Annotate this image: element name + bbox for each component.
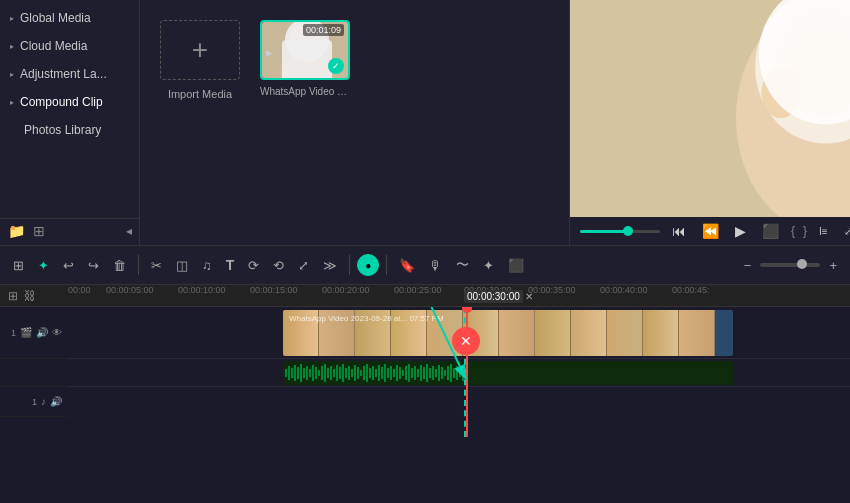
ruler-tool-icon[interactable]: ⊞	[8, 289, 18, 303]
svg-rect-26	[318, 370, 320, 376]
svg-rect-49	[387, 368, 389, 378]
svg-rect-48	[384, 364, 386, 382]
scissors-x-icon: ✕	[460, 333, 472, 349]
rotate-ccw-button[interactable]: ⟲	[268, 254, 289, 277]
svg-rect-47	[381, 367, 383, 379]
video-label: WhatsApp Video 202...	[260, 86, 350, 97]
sidebar-label: Compound Clip	[20, 95, 103, 109]
music-speaker-icon[interactable]: 🔊	[50, 396, 62, 407]
select-tool-button[interactable]: ✦	[33, 254, 54, 277]
caption-button[interactable]: ⬛	[503, 254, 529, 277]
svg-rect-34	[342, 364, 344, 382]
svg-rect-35	[345, 368, 347, 378]
sidebar-item-adjustment[interactable]: ▸ Adjustment La...	[0, 60, 139, 88]
sidebar-label: Cloud Media	[20, 39, 87, 53]
effects-button[interactable]: ✦	[478, 254, 499, 277]
sidebar-collapse-icon[interactable]: ◂	[126, 224, 132, 238]
active-circle-tool[interactable]: ●	[357, 254, 379, 276]
sidebar-item-global-media[interactable]: ▸ Global Media	[0, 4, 139, 32]
svg-rect-68	[444, 370, 446, 376]
svg-rect-44	[372, 366, 374, 380]
rotate-cw-button[interactable]: ⟳	[243, 254, 264, 277]
video-clip[interactable]: WhatsApp Video 2023-09-28 at... 07:57 PM	[283, 310, 733, 356]
sidebar-item-compound-clip[interactable]: ▸ Compound Clip	[0, 88, 139, 116]
more-tools-button[interactable]: ≫	[318, 254, 342, 277]
svg-rect-42	[366, 364, 368, 382]
zoom-out-button[interactable]: −	[739, 254, 757, 277]
sidebar-arrow: ▸	[10, 98, 14, 107]
svg-rect-39	[357, 367, 359, 379]
svg-rect-66	[438, 365, 440, 381]
video-thumbnail[interactable]: 00:01:09 ✓ ▶ WhatsApp Video 202...	[260, 20, 350, 97]
zoom-in-button[interactable]: +	[824, 254, 842, 277]
fullscreen-button[interactable]: ⤢	[840, 223, 850, 240]
music-icon: ♪	[41, 396, 46, 407]
sidebar-item-photos-library[interactable]: Photos Library	[0, 116, 139, 144]
bracket-left[interactable]: {	[791, 224, 795, 238]
audio-wave-button[interactable]: 〜	[451, 252, 474, 278]
sidebar-arrow: ▸	[10, 70, 14, 79]
scissors-indicator[interactable]: ✕	[452, 327, 480, 355]
delete-button[interactable]: 🗑	[108, 254, 131, 277]
svg-rect-65	[435, 369, 437, 377]
redo-button[interactable]: ↪	[83, 254, 104, 277]
svg-rect-31	[333, 369, 335, 377]
audio-button[interactable]: ♫	[197, 254, 217, 277]
separator	[138, 255, 139, 275]
speed-button[interactable]: I≡	[815, 224, 832, 239]
crop-button[interactable]: ◫	[171, 254, 193, 277]
track-speaker-icon[interactable]: 🔊	[36, 327, 48, 338]
svg-rect-56	[408, 364, 410, 382]
clip-label: WhatsApp Video 2023-09-28 at... 07:57 PM	[289, 314, 444, 323]
go-to-start-button[interactable]: ⏮	[668, 221, 690, 241]
sidebar-grid-icon[interactable]: ⊞	[33, 223, 45, 239]
media-browser: + Import Media	[140, 0, 570, 245]
track-number-1: 1	[11, 328, 16, 338]
svg-rect-61	[423, 367, 425, 379]
sidebar-folder-icon[interactable]: 📁	[8, 223, 25, 239]
svg-rect-27	[321, 366, 323, 380]
svg-rect-52	[396, 365, 398, 381]
sidebar-label: Adjustment La...	[20, 67, 107, 81]
svg-rect-70	[450, 364, 452, 382]
text-button[interactable]: T	[221, 253, 240, 277]
marker-button[interactable]: 🔖	[394, 254, 420, 277]
rewind-button[interactable]: ⏪	[698, 221, 723, 241]
undo-button[interactable]: ↩	[58, 254, 79, 277]
preview-panel: TikTok ⏮ ⏪ ▶ ⬛ { } I≡ ⤢ 00:00:32:13	[570, 0, 850, 245]
svg-rect-67	[441, 367, 443, 379]
import-media-button[interactable]: + Import Media	[160, 20, 240, 100]
music-track-number: 1	[32, 397, 37, 407]
svg-rect-50	[390, 366, 392, 380]
svg-rect-28	[324, 364, 326, 382]
svg-rect-36	[348, 366, 350, 380]
transform-button[interactable]: ⤢	[293, 254, 314, 277]
svg-rect-69	[447, 366, 449, 380]
cut-tool-button[interactable]: ✂	[146, 254, 167, 277]
zoom-slider[interactable]	[760, 263, 820, 267]
sidebar-arrow: ▸	[10, 42, 14, 51]
ruler-mark-3: 00:00:15:00	[250, 285, 298, 295]
bracket-right[interactable]: }	[803, 224, 807, 238]
mic-button[interactable]: 🎙	[424, 254, 447, 277]
svg-rect-53	[399, 367, 401, 379]
grid-tool-button[interactable]: ⊞	[8, 254, 29, 277]
audio-waveform	[283, 361, 733, 385]
volume-track[interactable]	[580, 230, 660, 233]
play-frame-button[interactable]: ⬛	[758, 221, 783, 241]
cut-x-icon[interactable]: ✕	[525, 291, 533, 302]
sidebar-item-cloud-media[interactable]: ▸ Cloud Media	[0, 32, 139, 60]
preview-video: TikTok	[570, 0, 850, 217]
ruler-link-icon[interactable]: ⛓	[24, 289, 36, 303]
thumb-box: 00:01:09 ✓ ▶	[260, 20, 350, 80]
track-eye-icon[interactable]: 👁	[52, 327, 62, 338]
svg-rect-59	[417, 369, 419, 377]
svg-rect-15	[285, 369, 287, 377]
svg-rect-21	[303, 368, 305, 378]
preview-bg: TikTok	[570, 0, 850, 217]
svg-rect-54	[402, 370, 404, 376]
svg-rect-73	[459, 369, 461, 377]
play-button[interactable]: ▶	[731, 221, 750, 241]
volume-thumb	[623, 226, 633, 236]
plus-icon: +	[192, 34, 208, 66]
